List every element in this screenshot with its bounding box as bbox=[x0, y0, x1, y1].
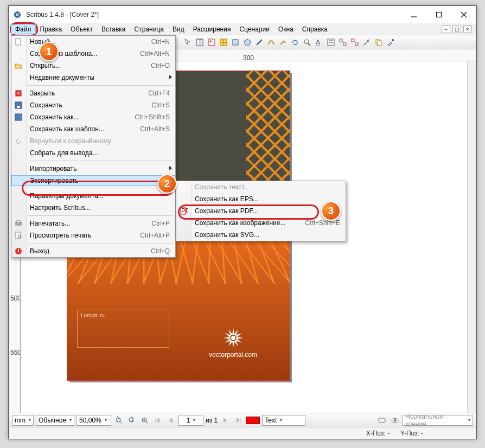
mdi-restore-button[interactable]: ▢ bbox=[452, 25, 461, 33]
menu-edit[interactable]: Правка bbox=[36, 24, 67, 34]
open-icon bbox=[14, 61, 23, 70]
svg-rect-21 bbox=[340, 39, 342, 42]
tool-polygon-icon[interactable] bbox=[242, 37, 253, 48]
menu-save-template[interactable]: Сохранить как шаблон...Ctrl+Alt+S bbox=[11, 123, 175, 135]
menu-save[interactable]: СохранитьCtrl+S bbox=[11, 99, 175, 111]
menu-save-as[interactable]: Сохранить как...Ctrl+Shift+S bbox=[11, 111, 175, 123]
zoom-in-icon[interactable] bbox=[139, 415, 150, 426]
svg-point-29 bbox=[231, 336, 235, 340]
menu-quit[interactable]: ВыходCtrl+Q bbox=[11, 245, 175, 257]
svg-point-15 bbox=[304, 40, 309, 44]
menu-object[interactable]: Объект bbox=[66, 24, 97, 34]
svg-rect-7 bbox=[208, 39, 215, 46]
tool-eyedropper-icon[interactable] bbox=[385, 37, 396, 48]
tool-bezier-icon[interactable] bbox=[266, 37, 277, 48]
svg-line-23 bbox=[342, 42, 343, 43]
page-prev-icon[interactable] bbox=[165, 415, 176, 426]
vision-mode-select[interactable]: Нормальное зрение▾ bbox=[403, 415, 473, 426]
tool-zoom-icon[interactable] bbox=[302, 37, 312, 48]
menu-insert[interactable]: Вставка bbox=[97, 24, 130, 34]
window-title: Scribus 1.4.8 - [Cover 2*] bbox=[26, 11, 99, 18]
tool-copyprops-icon[interactable] bbox=[373, 37, 384, 48]
menu-scripts[interactable]: Сценарии bbox=[235, 24, 273, 34]
tool-link-icon[interactable] bbox=[337, 37, 348, 48]
save-icon bbox=[14, 101, 23, 110]
new-icon bbox=[14, 37, 23, 46]
menu-file[interactable]: Файл bbox=[11, 24, 36, 34]
status-bar: X-Поз: - Y-Поз: - bbox=[9, 427, 476, 439]
tool-imageframe-icon[interactable] bbox=[206, 37, 217, 48]
tool-line-icon[interactable] bbox=[254, 37, 265, 48]
menu-print[interactable]: Напечатать...Ctrl+P bbox=[11, 217, 175, 229]
page-text-frame[interactable]: Lumpic.ru bbox=[77, 310, 169, 348]
preview-icon[interactable] bbox=[390, 415, 400, 426]
maximize-button[interactable] bbox=[426, 6, 451, 23]
page-next-icon[interactable] bbox=[220, 415, 231, 426]
zoom-reset-icon[interactable]: 1 bbox=[126, 415, 137, 426]
menu-open[interactable]: Открыть...Ctrl+O bbox=[11, 60, 175, 72]
titlebar: Scribus 1.4.8 - [Cover 2*] bbox=[9, 6, 476, 23]
svg-text:T: T bbox=[198, 39, 202, 46]
tool-freehand-icon[interactable] bbox=[278, 37, 289, 48]
menu-new-from-template[interactable]: Создать из шаблона...Ctrl+Alt+N bbox=[11, 48, 175, 60]
export-submenu: Сохранить текст... Сохранить как EPS... … bbox=[176, 181, 346, 241]
menubar: Файл Правка Объект Вставка Страница Вид … bbox=[9, 23, 476, 35]
svg-rect-25 bbox=[355, 43, 358, 46]
submenu-save-svg[interactable]: Сохранить как SVG... bbox=[176, 229, 346, 241]
tool-unlink-icon[interactable] bbox=[349, 37, 360, 48]
menu-recent[interactable]: Недавние документы bbox=[11, 72, 175, 84]
vertical-scrollbar[interactable] bbox=[467, 61, 476, 413]
svg-point-8 bbox=[210, 40, 212, 42]
unit-select[interactable]: mm▾ bbox=[12, 415, 34, 426]
tool-textframe-icon[interactable]: T bbox=[194, 37, 205, 48]
mdi-minimize-button[interactable]: – bbox=[442, 25, 450, 33]
mdi-close-button[interactable]: × bbox=[463, 25, 472, 33]
menu-page[interactable]: Страница bbox=[130, 24, 168, 34]
bottom-toolbar: mm▾ Обычное▾ 50,00%▾ 1 1▾ из 1 Text▾ Нор… bbox=[9, 413, 476, 427]
ruler-tick: 550 bbox=[10, 349, 21, 356]
menu-extensions[interactable]: Расширения bbox=[189, 24, 235, 34]
page-last-icon[interactable] bbox=[233, 415, 244, 426]
minimize-button[interactable] bbox=[401, 6, 426, 23]
submenu-save-eps[interactable]: Сохранить как EPS... bbox=[176, 193, 346, 205]
ypos-label: Y-Поз: bbox=[400, 430, 419, 437]
xpos-value: - bbox=[387, 430, 390, 437]
tool-story-editor-icon[interactable] bbox=[326, 37, 336, 48]
menu-new[interactable]: Новый...Ctrl+N bbox=[11, 36, 175, 48]
menu-import[interactable]: Импортировать bbox=[11, 163, 175, 175]
close-doc-icon bbox=[14, 89, 23, 98]
tool-measure-icon[interactable] bbox=[361, 37, 372, 48]
svg-line-36 bbox=[146, 421, 148, 424]
tool-table-icon[interactable] bbox=[218, 37, 229, 48]
quality-select[interactable]: Обычное▾ bbox=[36, 415, 74, 426]
svg-rect-41 bbox=[379, 418, 385, 423]
menu-preferences[interactable]: Настроить Scribus... bbox=[11, 202, 175, 214]
svg-rect-2 bbox=[437, 12, 442, 17]
menu-collect[interactable]: Собрать для вывода... bbox=[11, 147, 175, 159]
menu-windows[interactable]: Окна bbox=[274, 24, 298, 34]
annotation-callout-3: 3 bbox=[321, 201, 341, 221]
tool-shape-icon[interactable] bbox=[230, 37, 241, 48]
submenu-save-image[interactable]: Сохранить как изображение...Ctrl+Shift+E bbox=[176, 217, 346, 229]
menu-help[interactable]: Справка bbox=[298, 24, 332, 34]
menu-view[interactable]: Вид bbox=[168, 24, 189, 34]
page-number-input[interactable]: 1▾ bbox=[178, 415, 203, 426]
zoom-input[interactable]: 50,00%▾ bbox=[76, 415, 111, 426]
ruler-tick: 300 bbox=[243, 54, 254, 61]
zoom-out-icon[interactable] bbox=[113, 415, 124, 426]
submenu-save-pdf[interactable]: PDF Сохранить как PDF... bbox=[176, 205, 346, 217]
page-first-icon[interactable] bbox=[152, 415, 163, 426]
svg-point-43 bbox=[394, 419, 396, 421]
tool-select-icon[interactable] bbox=[182, 37, 193, 48]
menu-export[interactable]: Экспортировать bbox=[11, 175, 175, 186]
layer-color-swatch[interactable] bbox=[246, 417, 260, 424]
cms-icon[interactable] bbox=[376, 415, 387, 426]
menu-close-doc[interactable]: ЗакрытьCtrl+F4 bbox=[11, 87, 175, 99]
annotation-callout-2: 2 bbox=[157, 174, 177, 194]
menu-print-preview[interactable]: Просмотреть печатьCtrl+Alt+P bbox=[11, 229, 175, 241]
tool-edit-text-icon[interactable]: A̲ bbox=[314, 37, 324, 48]
tool-rotate-icon[interactable] bbox=[290, 37, 301, 48]
layer-select[interactable]: Text▾ bbox=[262, 415, 305, 426]
close-button[interactable] bbox=[451, 6, 476, 23]
menu-document-setup[interactable]: Параметры документа... bbox=[11, 190, 175, 202]
